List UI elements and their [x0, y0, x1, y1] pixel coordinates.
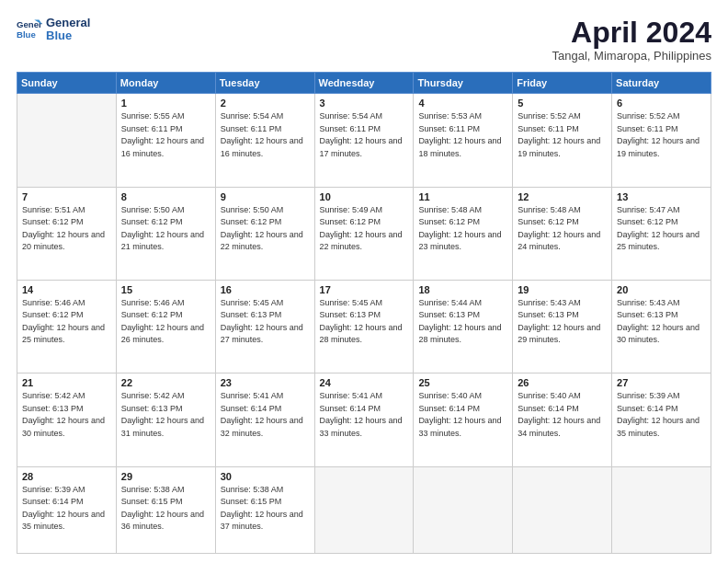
- weekday-header-thursday: Thursday: [414, 73, 513, 94]
- weekday-header-saturday: Saturday: [612, 73, 711, 94]
- day-info: Sunrise: 5:43 AMSunset: 6:13 PMDaylight:…: [518, 297, 607, 347]
- calendar-cell: 9 Sunrise: 5:50 AMSunset: 6:12 PMDayligh…: [215, 187, 314, 280]
- day-number: 23: [221, 377, 310, 388]
- calendar-cell: 20 Sunrise: 5:43 AMSunset: 6:13 PMDaylig…: [612, 280, 711, 373]
- calendar-cell: 28 Sunrise: 5:39 AMSunset: 6:14 PMDaylig…: [17, 466, 117, 553]
- day-info: Sunrise: 5:42 AMSunset: 6:13 PMDaylight:…: [22, 390, 111, 440]
- weekday-header-tuesday: Tuesday: [215, 73, 314, 94]
- calendar-cell: 25 Sunrise: 5:40 AMSunset: 6:14 PMDaylig…: [414, 373, 513, 466]
- day-info: Sunrise: 5:49 AMSunset: 6:12 PMDaylight:…: [320, 204, 409, 254]
- day-info: Sunrise: 5:41 AMSunset: 6:14 PMDaylight:…: [221, 390, 310, 440]
- day-number: 28: [22, 471, 111, 482]
- day-number: 18: [418, 284, 507, 295]
- calendar-cell: [513, 466, 612, 553]
- calendar-cell: 7 Sunrise: 5:51 AMSunset: 6:12 PMDayligh…: [17, 187, 117, 280]
- day-number: 17: [320, 284, 409, 295]
- day-number: 12: [518, 191, 607, 202]
- calendar-cell: 16 Sunrise: 5:45 AMSunset: 6:13 PMDaylig…: [215, 280, 314, 373]
- logo-general: General: [46, 17, 90, 29]
- calendar-cell: 19 Sunrise: 5:43 AMSunset: 6:13 PMDaylig…: [513, 280, 612, 373]
- calendar-cell: 29 Sunrise: 5:38 AMSunset: 6:15 PMDaylig…: [116, 466, 215, 553]
- calendar-cell: 24 Sunrise: 5:41 AMSunset: 6:14 PMDaylig…: [314, 373, 414, 466]
- location-subtitle: Tangal, Mimaropa, Philippines: [552, 49, 711, 63]
- month-title: April 2024: [552, 17, 711, 49]
- day-number: 2: [221, 98, 310, 109]
- day-number: 6: [617, 98, 706, 109]
- day-number: 5: [518, 98, 607, 109]
- day-number: 26: [518, 377, 607, 388]
- page: General Blue General Blue April 2024 Tan…: [0, 0, 728, 563]
- day-number: 11: [418, 191, 507, 202]
- calendar-cell: 18 Sunrise: 5:44 AMSunset: 6:13 PMDaylig…: [414, 280, 513, 373]
- day-info: Sunrise: 5:39 AMSunset: 6:14 PMDaylight:…: [617, 390, 706, 440]
- logo-icon: General Blue: [17, 17, 42, 42]
- day-number: 8: [121, 191, 210, 202]
- day-info: Sunrise: 5:48 AMSunset: 6:12 PMDaylight:…: [518, 204, 607, 254]
- calendar-cell: 26 Sunrise: 5:40 AMSunset: 6:14 PMDaylig…: [513, 373, 612, 466]
- day-info: Sunrise: 5:43 AMSunset: 6:13 PMDaylight:…: [617, 297, 706, 347]
- day-info: Sunrise: 5:39 AMSunset: 6:14 PMDaylight:…: [22, 484, 111, 534]
- calendar-cell: 15 Sunrise: 5:46 AMSunset: 6:12 PMDaylig…: [116, 280, 215, 373]
- day-number: 9: [221, 191, 310, 202]
- day-info: Sunrise: 5:53 AMSunset: 6:11 PMDaylight:…: [418, 110, 507, 160]
- title-block: April 2024 Tangal, Mimaropa, Philippines: [552, 17, 711, 63]
- day-info: Sunrise: 5:54 AMSunset: 6:11 PMDaylight:…: [221, 110, 310, 160]
- day-number: 15: [121, 284, 210, 295]
- weekday-header-wednesday: Wednesday: [314, 73, 414, 94]
- day-number: 25: [418, 377, 507, 388]
- day-info: Sunrise: 5:38 AMSunset: 6:15 PMDaylight:…: [121, 484, 210, 534]
- calendar-cell: 30 Sunrise: 5:38 AMSunset: 6:15 PMDaylig…: [215, 466, 314, 553]
- calendar-cell: 22 Sunrise: 5:42 AMSunset: 6:13 PMDaylig…: [116, 373, 215, 466]
- day-info: Sunrise: 5:50 AMSunset: 6:12 PMDaylight:…: [221, 204, 310, 254]
- day-info: Sunrise: 5:44 AMSunset: 6:13 PMDaylight:…: [418, 297, 507, 347]
- day-info: Sunrise: 5:41 AMSunset: 6:14 PMDaylight:…: [320, 390, 409, 440]
- header: General Blue General Blue April 2024 Tan…: [17, 17, 711, 63]
- calendar-cell: 8 Sunrise: 5:50 AMSunset: 6:12 PMDayligh…: [116, 187, 215, 280]
- day-info: Sunrise: 5:40 AMSunset: 6:14 PMDaylight:…: [418, 390, 507, 440]
- day-number: 20: [617, 284, 706, 295]
- calendar-cell: 11 Sunrise: 5:48 AMSunset: 6:12 PMDaylig…: [414, 187, 513, 280]
- calendar-cell: [414, 466, 513, 553]
- calendar-cell: 2 Sunrise: 5:54 AMSunset: 6:11 PMDayligh…: [215, 94, 314, 187]
- calendar-cell: 6 Sunrise: 5:52 AMSunset: 6:11 PMDayligh…: [612, 94, 711, 187]
- calendar-table: SundayMondayTuesdayWednesdayThursdayFrid…: [17, 72, 711, 554]
- calendar-cell: 4 Sunrise: 5:53 AMSunset: 6:11 PMDayligh…: [414, 94, 513, 187]
- day-number: 27: [617, 377, 706, 388]
- calendar-cell: 23 Sunrise: 5:41 AMSunset: 6:14 PMDaylig…: [215, 373, 314, 466]
- day-number: 1: [121, 98, 210, 109]
- svg-text:Blue: Blue: [17, 29, 36, 40]
- day-number: 21: [22, 377, 111, 388]
- day-number: 7: [22, 191, 111, 202]
- day-info: Sunrise: 5:45 AMSunset: 6:13 PMDaylight:…: [320, 297, 409, 347]
- day-number: 22: [121, 377, 210, 388]
- day-number: 3: [320, 98, 409, 109]
- day-number: 30: [221, 471, 310, 482]
- calendar-cell: 12 Sunrise: 5:48 AMSunset: 6:12 PMDaylig…: [513, 187, 612, 280]
- calendar-cell: 5 Sunrise: 5:52 AMSunset: 6:11 PMDayligh…: [513, 94, 612, 187]
- calendar-cell: 27 Sunrise: 5:39 AMSunset: 6:14 PMDaylig…: [612, 373, 711, 466]
- calendar-cell: 3 Sunrise: 5:54 AMSunset: 6:11 PMDayligh…: [314, 94, 414, 187]
- day-number: 10: [320, 191, 409, 202]
- day-info: Sunrise: 5:55 AMSunset: 6:11 PMDaylight:…: [121, 110, 210, 160]
- day-number: 13: [617, 191, 706, 202]
- day-number: 24: [320, 377, 409, 388]
- calendar-cell: 21 Sunrise: 5:42 AMSunset: 6:13 PMDaylig…: [17, 373, 117, 466]
- logo: General Blue General Blue: [17, 17, 90, 43]
- calendar-cell: [314, 466, 414, 553]
- day-info: Sunrise: 5:52 AMSunset: 6:11 PMDaylight:…: [617, 110, 706, 160]
- day-info: Sunrise: 5:54 AMSunset: 6:11 PMDaylight:…: [320, 110, 409, 160]
- day-info: Sunrise: 5:52 AMSunset: 6:11 PMDaylight:…: [518, 110, 607, 160]
- calendar-cell: 10 Sunrise: 5:49 AMSunset: 6:12 PMDaylig…: [314, 187, 414, 280]
- calendar-cell: [612, 466, 711, 553]
- day-info: Sunrise: 5:50 AMSunset: 6:12 PMDaylight:…: [121, 204, 210, 254]
- day-info: Sunrise: 5:46 AMSunset: 6:12 PMDaylight:…: [121, 297, 210, 347]
- day-number: 19: [518, 284, 607, 295]
- weekday-header-monday: Monday: [116, 73, 215, 94]
- calendar-cell: 13 Sunrise: 5:47 AMSunset: 6:12 PMDaylig…: [612, 187, 711, 280]
- calendar-cell: 17 Sunrise: 5:45 AMSunset: 6:13 PMDaylig…: [314, 280, 414, 373]
- calendar-cell: 14 Sunrise: 5:46 AMSunset: 6:12 PMDaylig…: [17, 280, 117, 373]
- day-info: Sunrise: 5:40 AMSunset: 6:14 PMDaylight:…: [518, 390, 607, 440]
- day-info: Sunrise: 5:48 AMSunset: 6:12 PMDaylight:…: [418, 204, 507, 254]
- day-info: Sunrise: 5:46 AMSunset: 6:12 PMDaylight:…: [22, 297, 111, 347]
- day-number: 14: [22, 284, 111, 295]
